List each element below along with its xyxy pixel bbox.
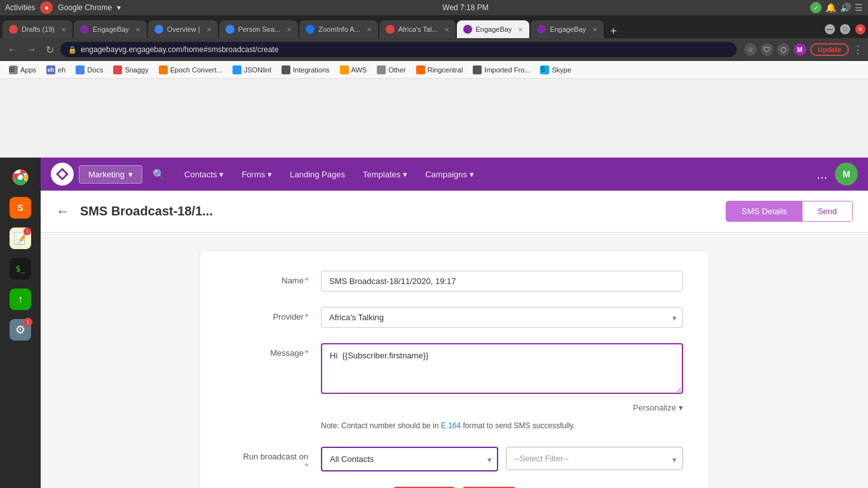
browser-name: Google Chrome <box>58 3 112 12</box>
profile-icon[interactable]: M <box>794 43 806 56</box>
nav-landing-pages[interactable]: Landing Pages <box>281 166 354 183</box>
bookmark-ringcentral[interactable]: Ringcentral <box>412 64 467 76</box>
contacts-chevron-icon: ▾ <box>219 170 224 179</box>
tab-close-africas[interactable]: ✕ <box>444 26 449 33</box>
filter-select-wrapper: --Select Filter-- ▾ <box>506 447 683 471</box>
tab-personsear[interactable]: Person Sea... ✕ <box>219 20 299 38</box>
tab-africas[interactable]: Africa's Tal... ✕ <box>379 20 456 38</box>
tab-close-eb3[interactable]: ✕ <box>592 26 597 33</box>
sidebar-chrome[interactable] <box>7 164 34 191</box>
back-button[interactable]: ← <box>5 44 20 55</box>
tab-overview[interactable]: Overview | ✕ <box>148 20 218 38</box>
broadcast-required-icon: * <box>305 461 308 471</box>
bookmark-other[interactable]: Other <box>373 64 410 76</box>
bookmark-aws-label: AWS <box>351 66 367 74</box>
nav-forms[interactable]: Forms ▾ <box>233 166 281 183</box>
restore-button[interactable]: □ <box>840 24 850 34</box>
bookmark-star-icon[interactable]: ☆ <box>744 43 757 56</box>
tab-close-eb1[interactable]: ✕ <box>135 26 140 33</box>
tab-send[interactable]: Send <box>803 201 852 221</box>
nav-templates[interactable]: Templates ▾ <box>354 166 416 183</box>
new-tab-button[interactable]: + <box>605 25 622 38</box>
tab-zoominfo[interactable]: ZoomInfo A... ✕ <box>299 20 377 38</box>
nav-campaigns[interactable]: Campaigns ▾ <box>416 166 483 183</box>
sidebar-settings[interactable]: ⚙ ! <box>7 316 34 343</box>
note-e164-link[interactable]: E.164 <box>441 421 461 430</box>
address-input[interactable]: 🔒 engagebayvg.engagebay.com/home#smsbroa… <box>60 42 736 57</box>
address-bar: ← → ↻ 🔒 engagebayvg.engagebay.com/home#s… <box>0 38 868 61</box>
broadcast-select[interactable]: All Contacts Filtered Contacts <box>321 447 498 471</box>
sidebar-sublime[interactable]: S <box>7 194 34 221</box>
provider-select[interactable]: Africa's Talking Twilio Nexmo <box>321 307 683 328</box>
notepad-badge: ! <box>24 227 31 235</box>
minimize-button[interactable]: — <box>825 24 835 34</box>
tab-close-eb2[interactable]: ✕ <box>518 26 523 33</box>
nav-avatar[interactable]: M <box>835 163 858 186</box>
tab-label-zoominfo: ZoomInfo A... <box>318 25 360 33</box>
bookmark-apps[interactable]: ⊞ Apps <box>5 64 40 76</box>
tab-close-personsear[interactable]: ✕ <box>287 26 292 33</box>
name-input[interactable] <box>321 271 683 292</box>
bookmark-epoch[interactable]: Epoch Convert... <box>155 64 226 76</box>
bookmark-docs[interactable]: Docs <box>72 64 107 76</box>
shield-icon[interactable]: 🛡 <box>761 43 773 56</box>
message-label: Message* <box>226 343 308 358</box>
bookmark-other-label: Other <box>388 66 406 74</box>
bookmark-eh[interactable]: eh eh <box>43 64 69 76</box>
activities-label[interactable]: Activities <box>5 3 35 12</box>
nav-search-icon[interactable]: 🔍 <box>153 168 165 180</box>
bookmark-jsonlint[interactable]: JSONlint <box>229 64 275 76</box>
tab-sms-details[interactable]: SMS Details <box>726 201 803 221</box>
bookmark-imported[interactable]: Imported Fro... <box>469 64 534 76</box>
tab-drafts[interactable]: Drafts (19) ✕ <box>3 20 72 38</box>
marketing-dropdown-button[interactable]: Marketing ▾ <box>79 165 142 184</box>
status-icon: ✓ <box>810 2 822 13</box>
personalize-button[interactable]: Personalize ▾ <box>633 403 683 412</box>
back-button[interactable]: ← <box>56 203 70 220</box>
sidebar-terminal[interactable]: $_ <box>7 255 34 282</box>
note-text: Note: Contact number should be in E.164 … <box>321 420 683 431</box>
extensions-icon[interactable]: ⬡ <box>777 43 790 56</box>
apps-grid-icon: ⊞ <box>9 65 18 74</box>
os-dropdown-icon[interactable]: ▾ <box>117 3 121 12</box>
forward-button[interactable]: → <box>24 44 39 55</box>
nav-more-icon[interactable]: ... <box>817 167 827 182</box>
tab-engagebay3[interactable]: EngageBay ✕ <box>531 20 604 38</box>
note-text-after: format to send SMS successfully. <box>463 421 576 430</box>
marketing-chevron-icon: ▾ <box>128 170 133 179</box>
filter-select[interactable]: --Select Filter-- <box>506 447 683 470</box>
system-tray-icon[interactable]: ☰ <box>855 3 863 13</box>
bookmark-integrations[interactable]: Integrations <box>278 64 333 76</box>
bookmark-snaggy[interactable]: Snaggy <box>109 64 152 76</box>
speaker-icon[interactable]: 🔊 <box>840 3 851 13</box>
name-required: * <box>305 276 308 285</box>
tab-close-overview[interactable]: ✕ <box>207 26 212 33</box>
provider-label: Provider* <box>226 307 308 322</box>
update-button[interactable]: Update <box>810 43 849 56</box>
tab-engagebay1[interactable]: EngageBay ✕ <box>74 20 147 38</box>
bookmark-aws[interactable]: AWS <box>336 64 371 76</box>
chrome-menu-icon[interactable]: ⋮ <box>853 44 863 56</box>
notification-icon[interactable]: 🔔 <box>825 3 836 13</box>
forms-chevron-icon: ▾ <box>268 170 272 179</box>
tab-icon-overview <box>154 25 163 34</box>
tab-close-zoominfo[interactable]: ✕ <box>367 26 372 33</box>
message-textarea[interactable]: Hi {{Subscriber.firstname}} <box>321 343 683 394</box>
chrome-app-icon <box>10 166 31 188</box>
imported-icon <box>473 65 482 74</box>
tab-icon-drafts <box>9 25 18 34</box>
nav-logo[interactable] <box>51 163 74 186</box>
tab-close-drafts[interactable]: ✕ <box>61 26 66 33</box>
marketing-label: Marketing <box>88 170 125 179</box>
sidebar-upwork[interactable]: ↑ <box>7 286 34 313</box>
nav-contacts[interactable]: Contacts ▾ <box>175 166 233 183</box>
close-button[interactable]: ✕ <box>855 24 865 34</box>
bookmark-snaggy-label: Snaggy <box>125 66 148 74</box>
provider-required: * <box>305 312 308 322</box>
integrations-icon <box>281 65 290 74</box>
tab-engagebay2[interactable]: EngageBay ✕ <box>457 20 530 38</box>
svg-point-2 <box>18 175 23 180</box>
bookmark-skype[interactable]: S Skype <box>536 64 575 76</box>
reload-button[interactable]: ↻ <box>43 44 57 56</box>
sidebar-notepad[interactable]: 📝 ! <box>7 225 34 252</box>
